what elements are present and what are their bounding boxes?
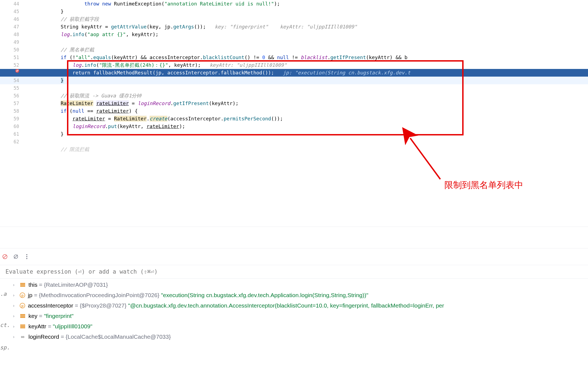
- left-tab-ct[interactable]: ct.: [0, 322, 6, 328]
- breakpoint-icon[interactable]: [15, 69, 19, 73]
- chevron-right-icon[interactable]: ›: [13, 324, 17, 329]
- svg-rect-11: [20, 324, 25, 326]
- stop-icon[interactable]: [2, 254, 8, 259]
- code-line-49[interactable]: 49: [0, 38, 588, 46]
- chevron-right-icon[interactable]: ›: [13, 335, 17, 339]
- svg-rect-10: [20, 317, 25, 318]
- svg-line-2: [3, 255, 6, 258]
- svg-rect-6: [20, 284, 25, 285]
- variables-pane[interactable]: › this = {RateLimiterAOP@7031} › p jp = …: [0, 279, 588, 343]
- svg-rect-5: [20, 283, 25, 284]
- left-tab-sp[interactable]: sp.: [0, 344, 6, 351]
- variable-row-key[interactable]: › key = "fingerprint": [0, 311, 588, 321]
- svg-rect-7: [20, 286, 25, 287]
- parameter-icon: p: [20, 303, 25, 308]
- field-icon: [20, 313, 26, 319]
- editor-pane[interactable]: 44 throw new RuntimeException("annotatio…: [0, 0, 588, 227]
- code-line-61[interactable]: 61 }: [0, 130, 588, 138]
- left-tab-a[interactable]: .a: [0, 291, 6, 297]
- code-line-45[interactable]: 45 }: [0, 8, 588, 15]
- variable-row-this[interactable]: › this = {RateLimiterAOP@7031}: [0, 280, 588, 290]
- code-line-51[interactable]: 51 if (!"all".equals(keyAttr) && accessI…: [0, 54, 588, 61]
- code-line-57[interactable]: 57 RateLimiter rateLimiter = loginRecord…: [0, 100, 588, 107]
- svg-rect-12: [20, 326, 25, 327]
- parameter-icon: p: [20, 292, 25, 298]
- left-side-tabs: .a ct. sp.: [0, 291, 6, 351]
- field-icon: [20, 323, 26, 329]
- variable-row-loginrecord[interactable]: › ∞ loginRecord = {LocalCache$LocalManua…: [0, 332, 588, 342]
- code-line-56[interactable]: 56 // 获取限流 -> Guava 缓存1分钟: [0, 92, 588, 100]
- code-line-55[interactable]: 55: [0, 84, 588, 92]
- chevron-right-icon[interactable]: ›: [13, 283, 17, 287]
- code-line-52[interactable]: 52 log.info("限流-黑名单拦截(24h)：{}", keyAttr)…: [0, 61, 588, 69]
- code-line-60[interactable]: 60 loginRecord.put(keyAttr, rateLimiter)…: [0, 123, 588, 130]
- mute-breakpoints-icon[interactable]: [13, 254, 19, 259]
- variable-row-keyattr[interactable]: › keyAttr = "uljppIIIll01009": [0, 321, 588, 332]
- variable-row-accessinterceptor[interactable]: › p accessInterceptor = {$Proxy28@7027} …: [0, 300, 588, 311]
- code-line-58[interactable]: 58 if (null == rateLimiter) {: [0, 107, 588, 115]
- svg-rect-8: [20, 314, 25, 315]
- variable-row-jp[interactable]: › p jp = {MethodInvocationProceedingJoin…: [0, 290, 588, 300]
- debug-toolbar: [0, 248, 588, 265]
- code-line-44[interactable]: 44 throw new RuntimeException("annotatio…: [0, 0, 588, 8]
- chevron-right-icon[interactable]: ›: [13, 293, 17, 297]
- chevron-right-icon[interactable]: ›: [13, 314, 17, 318]
- reference-icon: ∞: [20, 334, 26, 340]
- field-icon: [20, 282, 26, 288]
- code-line-59[interactable]: 59 rateLimiter = RateLimiter.create(acce…: [0, 115, 588, 123]
- code-line-48[interactable]: 48 log.info("aop attr {}", keyAttr);: [0, 31, 588, 38]
- code-line-46[interactable]: 46 // 获取拦截字段: [0, 15, 588, 23]
- code-line-54[interactable]: 54 }: [0, 77, 588, 84]
- svg-rect-13: [20, 327, 25, 328]
- svg-rect-9: [20, 315, 25, 317]
- code-line-50[interactable]: 50 // 黑名单拦截: [0, 46, 588, 54]
- more-icon[interactable]: [24, 254, 30, 259]
- evaluate-expression-input[interactable]: [0, 265, 588, 278]
- code-line-47[interactable]: 47 String keyAttr = getAttrValue(key, jp…: [0, 23, 588, 31]
- chevron-right-icon[interactable]: ›: [13, 303, 17, 308]
- code-line-partial[interactable]: // 限流拦截: [0, 146, 588, 153]
- code-line-62[interactable]: 62: [0, 138, 588, 146]
- code-line-53-execution-point[interactable]: return fallbackMethodResult(jp, accessIn…: [0, 69, 588, 77]
